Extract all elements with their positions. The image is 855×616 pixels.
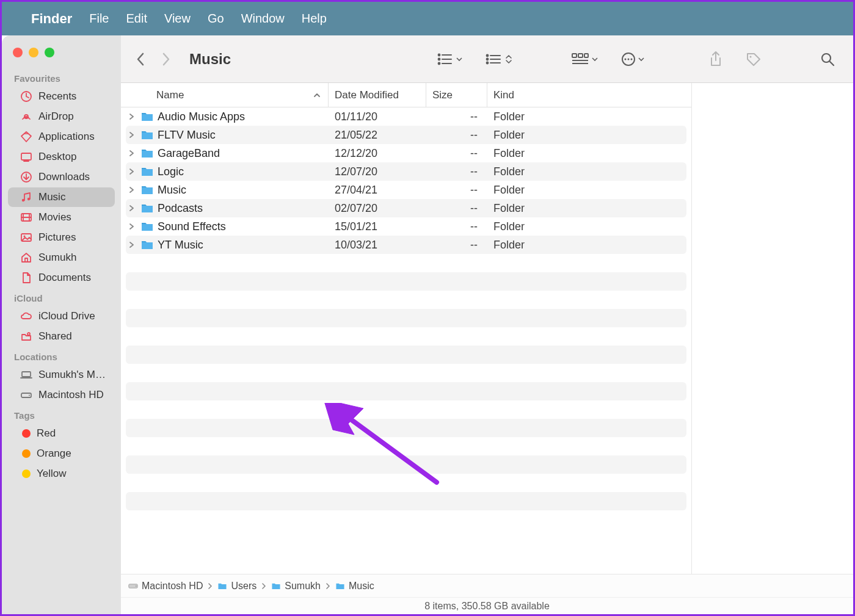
sidebar-item-downloads[interactable]: Downloads bbox=[8, 167, 115, 187]
svg-point-28 bbox=[487, 54, 489, 56]
path-segment[interactable]: Users bbox=[217, 581, 256, 592]
svg-point-5 bbox=[22, 199, 24, 201]
share-button[interactable] bbox=[703, 49, 729, 70]
file-row[interactable]: Music 27/04/21 -- Folder bbox=[126, 181, 686, 199]
sidebar-item-airdrop[interactable]: AirDrop bbox=[8, 107, 115, 126]
sidebar-item-pictures[interactable]: Pictures bbox=[8, 228, 115, 247]
sidebar-item-desktop[interactable]: Desktop bbox=[8, 147, 115, 167]
svg-point-41 bbox=[822, 54, 831, 62]
svg-point-24 bbox=[438, 62, 440, 64]
sidebar-item-music[interactable]: Music bbox=[8, 187, 115, 207]
file-size: -- bbox=[426, 147, 487, 160]
file-row[interactable]: Sound Effects 15/01/21 -- Folder bbox=[126, 217, 686, 236]
search-button[interactable] bbox=[814, 49, 841, 69]
group-by-button[interactable] bbox=[479, 50, 518, 68]
laptop-icon bbox=[20, 369, 32, 381]
icloud-icon bbox=[20, 310, 32, 322]
svg-rect-15 bbox=[22, 372, 31, 377]
path-segment[interactable]: Sumukh bbox=[271, 581, 321, 592]
sort-arrows-icon bbox=[505, 54, 512, 64]
menu-file[interactable]: File bbox=[89, 12, 109, 26]
svg-point-22 bbox=[438, 54, 440, 56]
file-size: -- bbox=[426, 220, 487, 233]
sidebar-section-header: Tags bbox=[2, 405, 121, 423]
sidebar-item-sumukh-s-m-[interactable]: Sumukh's M… bbox=[8, 365, 115, 385]
file-size: -- bbox=[426, 184, 487, 197]
path-label: Sumukh bbox=[285, 581, 321, 592]
sidebar-item-orange[interactable]: Orange bbox=[8, 444, 115, 463]
preview-pane bbox=[692, 83, 853, 574]
sidebar-item-yellow[interactable]: Yellow bbox=[8, 464, 115, 484]
sidebar-item-label: AirDrop bbox=[38, 111, 74, 123]
window-close-button[interactable] bbox=[13, 48, 23, 57]
window-minimize-button[interactable] bbox=[29, 48, 38, 57]
menu-help[interactable]: Help bbox=[302, 12, 327, 26]
path-segment[interactable]: Macintosh HD bbox=[128, 581, 203, 592]
file-listing: Name Date Modified Size Kind Audio Music… bbox=[121, 83, 853, 574]
forward-button[interactable] bbox=[159, 52, 173, 67]
disclosure-triangle-icon[interactable] bbox=[128, 187, 137, 193]
svg-point-29 bbox=[487, 58, 489, 60]
file-name: Sound Effects bbox=[158, 220, 226, 233]
back-button[interactable] bbox=[133, 52, 148, 67]
menu-window[interactable]: Window bbox=[241, 12, 285, 26]
view-as-list-button[interactable] bbox=[431, 50, 468, 68]
disclosure-triangle-icon[interactable] bbox=[128, 168, 137, 175]
sidebar-item-label: iCloud Drive bbox=[38, 310, 95, 322]
sidebar-item-label: Downloads bbox=[38, 171, 90, 183]
sidebar-item-documents[interactable]: Documents bbox=[8, 268, 115, 288]
menu-go[interactable]: Go bbox=[208, 12, 224, 26]
sidebar-item-applications[interactable]: Applications bbox=[8, 127, 115, 147]
airdrop-icon bbox=[20, 111, 32, 123]
file-kind: Folder bbox=[487, 184, 686, 197]
sidebar-item-sumukh[interactable]: Sumukh bbox=[8, 248, 115, 267]
file-row[interactable]: Audio Music Apps 01/11/20 -- Folder bbox=[126, 107, 686, 126]
ellipsis-circle-icon bbox=[621, 52, 636, 67]
file-kind: Folder bbox=[487, 220, 686, 233]
file-row[interactable]: GarageBand 12/12/20 -- Folder bbox=[126, 144, 686, 162]
disclosure-triangle-icon[interactable] bbox=[128, 223, 137, 230]
tag-dot-icon bbox=[22, 469, 31, 478]
sidebar-item-movies[interactable]: Movies bbox=[8, 208, 115, 227]
disclosure-triangle-icon[interactable] bbox=[128, 150, 137, 156]
window-zoom-button[interactable] bbox=[45, 48, 54, 57]
sidebar-section-header: Locations bbox=[2, 347, 121, 364]
file-row[interactable]: FLTV Music 21/05/22 -- Folder bbox=[126, 126, 686, 144]
file-row[interactable]: Podcasts 02/07/20 -- Folder bbox=[126, 199, 686, 217]
disclosure-triangle-icon[interactable] bbox=[128, 114, 137, 120]
tags-button[interactable] bbox=[740, 49, 768, 70]
file-row[interactable]: YT Music 10/03/21 -- Folder bbox=[126, 236, 686, 254]
column-header-date[interactable]: Date Modified bbox=[329, 83, 426, 107]
file-date: 01/11/20 bbox=[329, 111, 426, 123]
menu-view[interactable]: View bbox=[164, 12, 191, 26]
gallery-icon bbox=[571, 53, 589, 66]
column-header-kind[interactable]: Kind bbox=[487, 83, 691, 107]
gallery-view-button[interactable] bbox=[565, 50, 604, 68]
tag-dot-icon bbox=[22, 429, 31, 438]
disclosure-triangle-icon[interactable] bbox=[128, 205, 137, 211]
column-header-size[interactable]: Size bbox=[426, 83, 487, 107]
sidebar-item-shared[interactable]: Shared bbox=[8, 327, 115, 346]
sidebar-item-macintosh-hd[interactable]: Macintosh HD bbox=[8, 385, 115, 405]
disclosure-triangle-icon[interactable] bbox=[128, 242, 137, 248]
menubar-app-name[interactable]: Finder bbox=[31, 11, 72, 27]
column-header-name[interactable]: Name bbox=[121, 83, 329, 107]
group-icon bbox=[486, 53, 503, 66]
folder-icon bbox=[140, 203, 154, 214]
file-date: 12/12/20 bbox=[329, 147, 426, 160]
home-icon bbox=[20, 252, 32, 264]
sidebar-item-icloud-drive[interactable]: iCloud Drive bbox=[8, 306, 115, 326]
tag-icon bbox=[746, 51, 762, 67]
file-row[interactable]: Logic 12/07/20 -- Folder bbox=[126, 162, 686, 181]
sidebar-item-recents[interactable]: Recents bbox=[8, 87, 115, 106]
sidebar-item-red[interactable]: Red bbox=[8, 424, 115, 443]
music-icon bbox=[20, 191, 32, 203]
disclosure-triangle-icon[interactable] bbox=[128, 132, 137, 138]
folder-icon bbox=[217, 582, 227, 590]
window-title: Music bbox=[189, 51, 231, 68]
file-kind: Folder bbox=[487, 239, 686, 252]
system-menubar: Finder File Edit View Go Window Help bbox=[2, 2, 853, 35]
action-menu-button[interactable] bbox=[615, 49, 650, 69]
menu-edit[interactable]: Edit bbox=[126, 12, 147, 26]
path-segment[interactable]: Music bbox=[335, 581, 374, 592]
